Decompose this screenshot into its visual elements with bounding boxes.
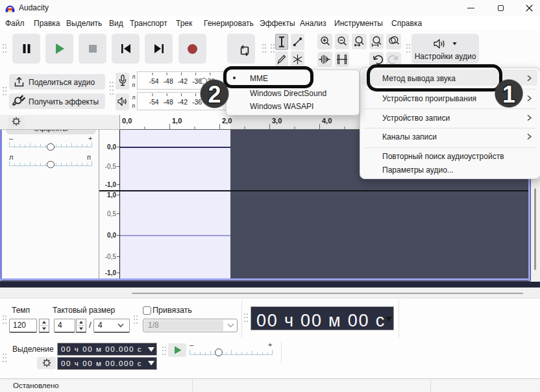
svg-text:-0,5: -0,5 bbox=[105, 253, 117, 260]
svg-text:0,5: 0,5 bbox=[107, 210, 116, 217]
svg-text:0,0: 0,0 bbox=[107, 143, 116, 151]
svg-text:-48: -48 bbox=[164, 77, 173, 85]
svg-text:1,0: 1,0 bbox=[172, 117, 182, 125]
svg-text:-1,0: -1,0 bbox=[105, 181, 117, 188]
svg-text:0,0: 0,0 bbox=[107, 232, 116, 239]
svg-text:-54: -54 bbox=[149, 77, 158, 85]
svg-text:-42: -42 bbox=[178, 98, 188, 106]
svg-text:-42: -42 bbox=[178, 77, 188, 85]
svg-text:2: 2 bbox=[208, 81, 221, 108]
svg-text:0,0: 0,0 bbox=[122, 117, 132, 125]
svg-text:-54: -54 bbox=[149, 98, 158, 106]
svg-text:1: 1 bbox=[502, 81, 515, 108]
svg-text:-1,0: -1,0 bbox=[105, 269, 117, 276]
svg-text:1,0: 1,0 bbox=[107, 191, 116, 199]
svg-text:-0,5: -0,5 bbox=[105, 163, 117, 170]
svg-text:3,0: 3,0 bbox=[272, 117, 282, 125]
svg-text:-48: -48 bbox=[164, 98, 173, 106]
svg-text:4,0: 4,0 bbox=[322, 117, 332, 125]
svg-text:2,0: 2,0 bbox=[222, 117, 232, 125]
